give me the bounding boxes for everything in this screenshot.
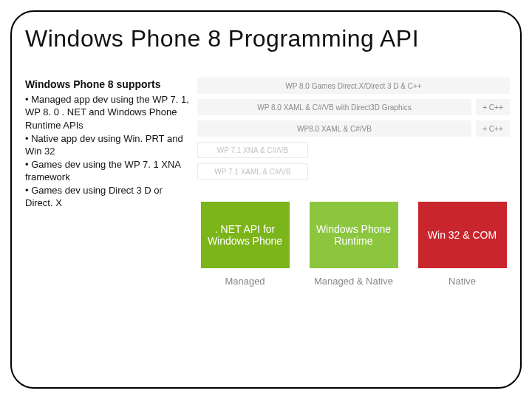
tech-bar-row: WP 7.1 XNA & C#/VB <box>197 142 510 158</box>
content-row: Windows Phone 8 supports • Managed app d… <box>25 78 510 287</box>
api-box-win32: Win 32 & COM <box>418 202 507 268</box>
api-column: . NET API for Windows Phone Managed <box>197 202 293 287</box>
tech-bar-row: WP 8.0 Games Direct.X/Direct 3 D & C++ <box>197 78 510 94</box>
api-box-net: . NET API for Windows Phone <box>201 202 290 268</box>
subhead: Windows Phone 8 supports <box>25 78 191 92</box>
tech-bar: WP 8.0 Games Direct.X/Direct 3 D & C++ <box>197 78 510 94</box>
tech-bar-cap: + C++ <box>476 99 510 115</box>
tech-bar: WP 8.0 XAML & C#/VB with Direct3D Graphi… <box>197 99 471 115</box>
api-box-runtime: Windows Phone Runtime <box>310 202 398 268</box>
bullet-item: • Games dev using the WP 7. 1 XNA framew… <box>25 158 191 184</box>
api-label: Managed <box>225 276 265 287</box>
tech-bar-cap: + C++ <box>476 120 510 137</box>
bullet-item: • Games dev using Direct 3 D or Direct. … <box>25 184 191 210</box>
bullet-item: • Managed app dev using the WP 7. 1, WP … <box>25 93 191 132</box>
tech-bar-row: WP 8.0 XAML & C#/VB with Direct3D Graphi… <box>197 99 510 115</box>
tech-bar: WP 7.1 XNA & C#/VB <box>197 142 308 158</box>
tech-bar-row: WP8.0 XAML & C#/VB + C++ <box>197 120 510 137</box>
api-boxes: . NET API for Windows Phone Managed Wind… <box>197 202 510 287</box>
bullet-item: • Native app dev using Win. PRT and Win … <box>25 132 191 158</box>
tech-bar: WP8.0 XAML & C#/VB <box>197 120 471 137</box>
slide-frame: Windows Phone 8 Programming API Windows … <box>10 10 522 389</box>
right-column: WP 8.0 Games Direct.X/Direct 3 D & C++ W… <box>197 78 510 287</box>
page-title: Windows Phone 8 Programming API <box>25 25 510 52</box>
tech-bar-row: WP 7.1 XAML & C#/VB <box>197 163 510 180</box>
api-label: Native <box>449 276 476 287</box>
api-column: Windows Phone Runtime Managed & Native <box>306 202 401 287</box>
left-column: Windows Phone 8 supports • Managed app d… <box>25 78 191 287</box>
tech-bar: WP 7.1 XAML & C#/VB <box>197 163 308 180</box>
api-column: Win 32 & COM Native <box>415 202 510 287</box>
api-label: Managed & Native <box>314 276 393 287</box>
